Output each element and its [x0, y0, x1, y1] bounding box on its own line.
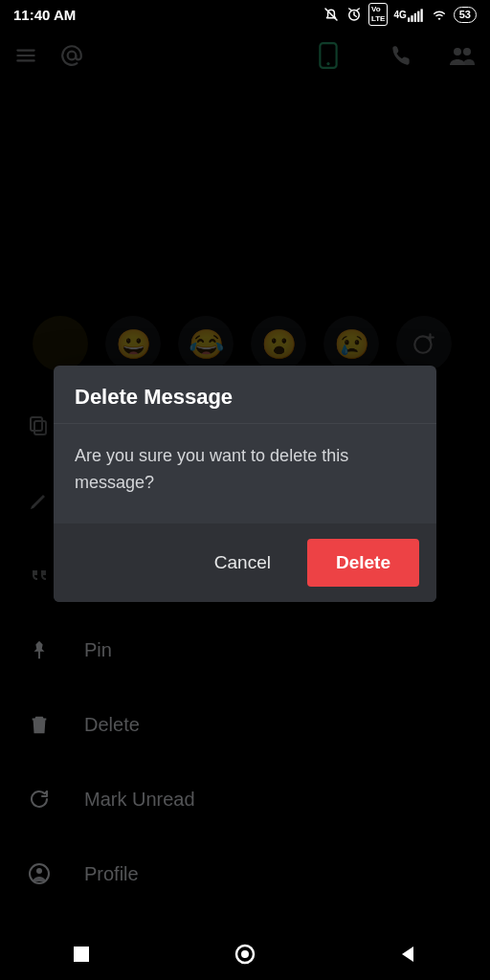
svg-point-9: [454, 48, 461, 56]
pencil-icon: [27, 489, 52, 512]
svg-point-15: [36, 868, 42, 874]
quote-icon: [27, 564, 52, 587]
svg-rect-13: [31, 417, 42, 431]
status-bar: 11:40 AM VoLTE 4G 53: [0, 0, 490, 29]
back-button[interactable]: [399, 945, 418, 964]
svg-point-11: [414, 336, 431, 352]
menu-item-label: Delete: [84, 714, 140, 736]
dialog-body: Are you sure you want to delete this mes…: [54, 424, 436, 523]
menu-item-label: Mark Unread: [84, 789, 195, 811]
delete-message-dialog: Delete Message Are you sure you want to …: [54, 366, 436, 602]
menu-item-label: Profile: [84, 863, 139, 885]
emoji-slot[interactable]: 😮: [251, 316, 306, 371]
wifi-icon: [431, 6, 448, 23]
status-icons: VoLTE 4G 53: [323, 3, 477, 26]
menu-item-mark-unread[interactable]: Mark Unread: [27, 762, 463, 836]
copy-icon: [27, 414, 52, 437]
profile-icon: [27, 862, 52, 885]
menu-item-profile[interactable]: Profile: [27, 836, 463, 911]
emoji-add-button[interactable]: [396, 316, 452, 371]
emoji-slot[interactable]: [33, 316, 88, 371]
svg-rect-2: [411, 15, 412, 22]
network-4g-icon: 4G: [393, 6, 424, 23]
call-icon[interactable]: [389, 43, 413, 68]
svg-rect-4: [417, 11, 419, 22]
volte-icon: VoLTE: [368, 3, 389, 26]
trash-icon: [27, 713, 52, 736]
recents-button[interactable]: [72, 945, 91, 964]
svg-rect-16: [74, 947, 89, 962]
pin-icon: [27, 638, 52, 661]
svg-point-8: [326, 62, 329, 65]
menu-item-label: Pin: [84, 639, 112, 661]
menu-item-delete[interactable]: Delete: [27, 687, 463, 762]
battery-indicator: 53: [454, 7, 477, 23]
mention-icon[interactable]: [59, 43, 84, 68]
dialog-title: Delete Message: [54, 366, 436, 423]
svg-rect-1: [408, 17, 410, 22]
phone-device-icon[interactable]: [318, 42, 339, 69]
svg-point-10: [463, 48, 471, 56]
menu-item-pin[interactable]: Pin: [27, 612, 463, 687]
svg-point-6: [68, 52, 77, 60]
app-top-bar: [0, 29, 490, 82]
alarm-icon: [345, 6, 363, 23]
emoji-slot[interactable]: 😀: [105, 316, 161, 371]
delete-button[interactable]: Delete: [307, 539, 419, 587]
refresh-icon: [27, 788, 52, 811]
dnd-bell-icon: [323, 6, 340, 23]
emoji-slot[interactable]: 😢: [323, 316, 379, 371]
cancel-button[interactable]: Cancel: [197, 539, 288, 587]
dialog-actions: Cancel Delete: [54, 523, 436, 602]
system-nav-bar: [0, 928, 490, 980]
emoji-slot[interactable]: 😂: [178, 316, 234, 371]
hamburger-icon[interactable]: [13, 43, 38, 68]
svg-rect-3: [414, 13, 416, 22]
home-button[interactable]: [234, 943, 256, 966]
members-icon[interactable]: [448, 43, 477, 68]
svg-rect-5: [420, 9, 422, 22]
svg-point-18: [241, 950, 249, 958]
status-time: 11:40 AM: [13, 7, 76, 23]
svg-rect-12: [34, 421, 46, 434]
